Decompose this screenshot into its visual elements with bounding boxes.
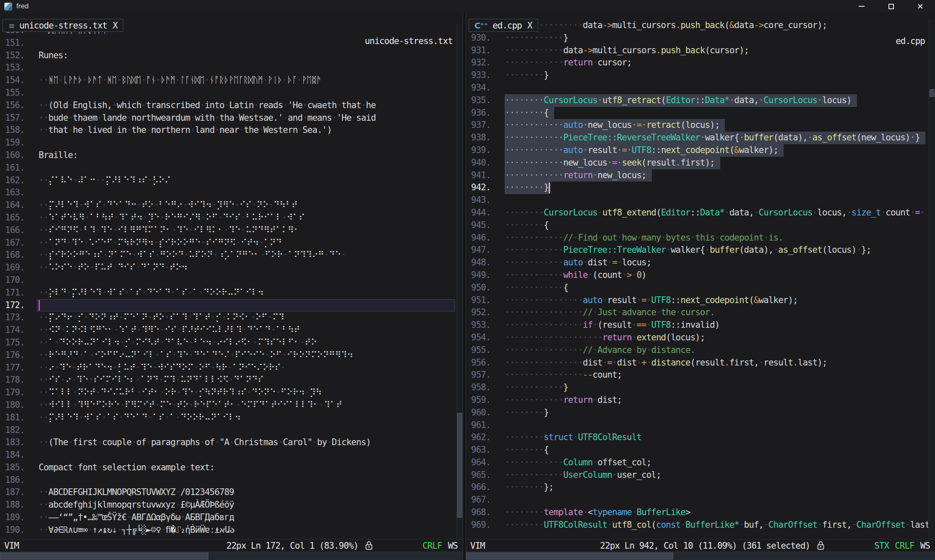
code-line[interactable]: 930.············} — [466, 32, 928, 44]
code-line[interactable]: 950.············{ — [466, 282, 928, 294]
code-line[interactable]: 957.················--count; — [466, 369, 928, 381]
code-line[interactable]: 177.··⠔·⠹⠑·⠞⠗⠁⠙⠑⠲·⡃⠥⠞·⠹⠑·⠺⠊⠎⠙⠕⠍·⠕⠋·⠳⠗·⠁⠝… — [0, 362, 456, 374]
code-line[interactable]: 182. — [0, 424, 456, 437]
code-line[interactable]: 189.··–—‘“”„†•…‰™œŠŸž€·ΑΒΓΔΩαβγδω·АБВГДа… — [0, 511, 456, 524]
code-line[interactable]: 934. — [466, 82, 928, 94]
code-line[interactable]: 938.············PieceTree::ReverseTreeWa… — [466, 132, 928, 144]
code-line[interactable]: 169.··⠡⠕⠎⠑·⠞⠕·⠏⠥⠞·⠙⠊⠎·⠙⠁⠝⠙·⠞⠕⠲ — [0, 262, 456, 274]
vertical-scrollbar-left[interactable] — [456, 24, 463, 539]
tab-close-icon[interactable]: X — [527, 21, 532, 31]
code-line[interactable]: 952.················//·Just·advance·the·… — [466, 306, 928, 319]
code-line[interactable]: 964.············Column·offset_col; — [466, 456, 928, 469]
code-line[interactable]: 153. — [0, 62, 456, 74]
code-line[interactable]: 965.············UserColumn·user_col; — [466, 469, 928, 482]
code-line[interactable]: 173.··⡍⠔⠙⠖·⡊·⠙⠕⠝⠰⠞·⠍⠑⠁⠝·⠞⠕·⠎⠁⠹·⠹⠁⠞·⡊·⠅⠝⠪… — [0, 311, 456, 324]
code-line[interactable]: 165.··⠱⠁⠞⠑⠧⠻·⠁⠃⠳⠞·⠹⠁⠞⠲·⡹⠑·⠗⠑⠛⠊⠌⠻·⠕⠋·⠙⠊⠎·… — [0, 212, 456, 224]
horizontal-scrollbar-right[interactable] — [466, 552, 935, 560]
code-line[interactable]: 947.············PieceTree::TreeWalker·wa… — [466, 244, 928, 257]
status-indicators-left[interactable]: CRLFWS — [422, 541, 458, 551]
code-line[interactable]: 940.············new_locus·=·seek(result.… — [466, 157, 928, 169]
code-line[interactable]: 156.··(Old·English,·which·transcribed·in… — [0, 99, 456, 112]
code-line[interactable]: 154.··ᚻᛖ·ᚳᚹᚫᚦ·ᚦᚫᛏ·ᚻᛖ·ᛒᚢᛞᛖ·ᚩᚾ·ᚦᚫᛗ·ᛚᚪᚾᛞᛖ·ᚾ… — [0, 74, 456, 87]
vertical-scroll-thumb-right[interactable] — [930, 89, 935, 97]
code-line[interactable]: 961. — [466, 419, 928, 432]
code-line[interactable]: 945.········{ — [466, 219, 928, 232]
code-line[interactable]: 936.········{ — [466, 107, 928, 119]
code-line[interactable]: 963.········{ — [466, 444, 928, 456]
code-line[interactable]: 954.····················return·extend(lo… — [466, 332, 928, 344]
code-line[interactable]: 967. — [466, 494, 928, 506]
code-line[interactable]: 948.············auto·dist·=·locus; — [466, 257, 928, 269]
code-line[interactable]: 935.········CursorLocus·utf8_retract(Edi… — [466, 94, 928, 107]
maximize-button[interactable] — [876, 0, 906, 13]
code-line[interactable]: 958.············} — [466, 381, 928, 394]
status-indicator-ws[interactable]: WS — [448, 541, 458, 551]
horizontal-scroll-thumb-right[interactable] — [466, 552, 673, 560]
status-indicator-crlf[interactable]: CRLF — [895, 541, 914, 551]
status-indicators-right[interactable]: STXCRLFWS — [874, 541, 930, 551]
code-line[interactable]: 183.··(The·first·couple·of·paragraphs·of… — [0, 436, 456, 449]
code-line[interactable]: 170. — [0, 274, 456, 287]
code-line[interactable]: 941.············return·new_locus; — [466, 169, 928, 182]
code-line[interactable]: 174.··⠪⠝·⠅⠝⠪⠇⠫⠛⠑⠂·⠱⠁⠞·⠹⠻⠑·⠊⠎·⠏⠜⠞⠊⠊⠥⠇⠜⠇⠹·… — [0, 324, 456, 337]
tab-ed-cpp[interactable]: C++ ed.cpp X — [469, 19, 538, 32]
code-area-left[interactable]: 150.··ᛞᚩᛗᛖᛋ·ᚻᛚᛇᛏᚪᚾ151.152.Runes:153.154.… — [0, 24, 456, 539]
code-line[interactable]: 161. — [0, 162, 456, 174]
status-indicator-ws[interactable]: WS — [920, 541, 930, 551]
code-line[interactable]: 186. — [0, 474, 456, 487]
code-line[interactable]: 159. — [0, 137, 456, 149]
code-line[interactable]: 937.············auto·new_locus·=·retract… — [466, 119, 928, 132]
code-line[interactable]: 953.················if·(result·==·UTF8::… — [466, 319, 928, 332]
code-line[interactable]: 956.················dist·=·dist·+·distan… — [466, 357, 928, 369]
code-line[interactable]: 939.············auto·result·=·UTF8::next… — [466, 144, 928, 157]
code-line[interactable]: 157.··bude·thaem·lande·northweardum·with… — [0, 112, 456, 124]
vertical-scroll-thumb-left[interactable] — [457, 413, 462, 518]
code-line[interactable]: 944.········CursorLocus·utf8_extend(Edit… — [466, 207, 928, 219]
code-line[interactable]: 960.········} — [466, 407, 928, 419]
status-indicator-stx[interactable]: STX — [874, 541, 889, 551]
tab-unicode-stress[interactable]: ≡ unicode-stress.txt X — [3, 19, 123, 32]
code-line[interactable]: 966.········}; — [466, 481, 928, 494]
code-line[interactable]: 181.··⡍⠜⠇⠑⠹·⠺⠁⠎·⠁⠎·⠙⠑⠁⠙·⠁⠎·⠁·⠙⠕⠕⠗⠤⠝⠁⠊⠇⠲ — [0, 412, 456, 424]
code-line[interactable]: 178.··⠊⠎·⠔·⠹⠑·⠎⠊⠍⠊⠇⠑⠆·⠁⠝⠙·⠍⠹·⠥⠝⠙⠁⠇⠇⠪⠫·⠙⠁… — [0, 374, 456, 386]
code-line[interactable]: 158.··that·he·lived·in·the·northern·land… — [0, 124, 456, 137]
code-line[interactable]: 949.············while·(count·>·0) — [466, 269, 928, 282]
code-line[interactable]: 166.··⠎⠊⠛⠝⠫·⠃⠹·⠹⠑·⠊⠇⠻⠛⠹⠍⠁⠝⠂·⠹⠑·⠊⠇⠻⠅⠂·⠹⠑·… — [0, 224, 456, 237]
code-line[interactable]: 180.··⠺⠊⠇⠇·⠹⠻⠑⠋⠕⠗⠑·⠏⠻⠍⠊⠞·⠍⠑·⠞⠕·⠗⠑⠏⠑⠁⠞⠂·⠑… — [0, 399, 456, 412]
code-line[interactable]: 190.··∀∂∈ℝ∧∪≡∞·↑↗↨↻⇣·┐┼╔╘░►☺♀·ﬁ�⑀₂ἠḂӥẄɐː… — [0, 524, 456, 537]
code-line[interactable]: 932.············return·cursor; — [466, 57, 928, 69]
code-line[interactable]: 968.········template·<typename·BufferLik… — [466, 506, 928, 519]
code-line[interactable]: 187.··ABCDEFGHIJKLMNOPQRSTUVWXYZ·/012345… — [0, 486, 456, 499]
close-button[interactable]: ✕ — [906, 0, 935, 13]
lock-icon[interactable] — [817, 541, 825, 551]
code-line[interactable]: 164.··⡍⠜⠇⠑⠹·⠺⠁⠎·⠙⠑⠁⠙⠒·⠞⠕·⠃⠑⠛⠔·⠺⠊⠹⠲·⡹⠻⠑·⠊… — [0, 199, 456, 212]
code-line[interactable]: 188.··abcdefghijklmnopqrstuvwxyz·£©µÀÆÖÞ… — [0, 499, 456, 511]
code-line[interactable]: 176.··⠗⠑⠛⠜⠙·⠁·⠊⠕⠋⠋⠔⠤⠝⠁⠊⠇·⠁⠎·⠹⠑·⠙⠑⠁⠙⠑⠌·⠏⠊… — [0, 349, 456, 362]
code-line[interactable]: 167.··⠁⠝⠙·⠹⠑·⠡⠊⠑⠋·⠍⠳⠗⠝⠻⠲·⡎⠊⠗⠕⠕⠛⠑·⠎⠊⠛⠝⠫·⠊… — [0, 237, 456, 249]
code-line[interactable]: 184. — [0, 449, 456, 461]
code-line[interactable]: 943. — [466, 194, 928, 207]
code-line[interactable]: 185.Compact·font·selection·example·text: — [0, 461, 456, 474]
code-line[interactable]: 933.········} — [466, 69, 928, 82]
code-line[interactable]: 946.············//·Find·out·how·many·byt… — [466, 232, 928, 244]
tab-close-icon[interactable]: X — [113, 21, 118, 31]
code-line[interactable]: 152.Runes: — [0, 49, 456, 62]
horizontal-scrollbar-left[interactable] — [0, 552, 463, 560]
vertical-scrollbar-right[interactable] — [929, 19, 935, 539]
lock-icon[interactable] — [365, 541, 373, 551]
code-area-right[interactable]: 929.················data->multi_cursors.… — [466, 19, 928, 539]
code-line[interactable]: 172. — [0, 299, 456, 312]
minimize-button[interactable] — [847, 0, 876, 13]
code-line[interactable]: 171.··⡕⠇⠙·⡍⠜⠇⠑⠹·⠺⠁⠎·⠁⠎·⠙⠑⠁⠙·⠁⠎·⠁·⠙⠕⠕⠗⠤⠝⠁… — [0, 287, 456, 299]
code-line[interactable]: 962.········struct·UTF8ColResult — [466, 431, 928, 444]
code-line[interactable]: 959.············return·dist; — [466, 394, 928, 407]
horizontal-scroll-thumb-left[interactable] — [0, 552, 208, 560]
code-line[interactable]: 155. — [0, 87, 456, 99]
status-indicator-crlf[interactable]: CRLF — [422, 541, 442, 551]
code-line[interactable]: 168.··⡎⠊⠗⠕⠕⠛⠑⠰⠎·⠝⠁⠍⠑·⠺⠁⠎·⠛⠕⠕⠙·⠥⠏⠕⠝·⠰⡡⠁⠝⠛… — [0, 249, 456, 262]
code-line[interactable]: 955.················//·Advance·by·distan… — [466, 344, 928, 357]
code-line[interactable]: 162.··⡌⠁⠧⠑·⠼⠁⠒··⡍⠜⠇⠑⠹⠰⠎·⡣⠕⠌ — [0, 174, 456, 187]
code-line[interactable]: 163. — [0, 187, 456, 199]
code-line[interactable]: 969.········UTF8ColResult·utf8_col(const… — [466, 519, 928, 531]
code-line[interactable]: 179.··⠩⠁⠇⠇·⠝⠕⠞·⠙⠊⠌⠥⠗⠃·⠊⠞⠂·⠕⠗·⠹⠑·⡊⠳⠝⠞⠗⠹⠰⠎… — [0, 386, 456, 399]
